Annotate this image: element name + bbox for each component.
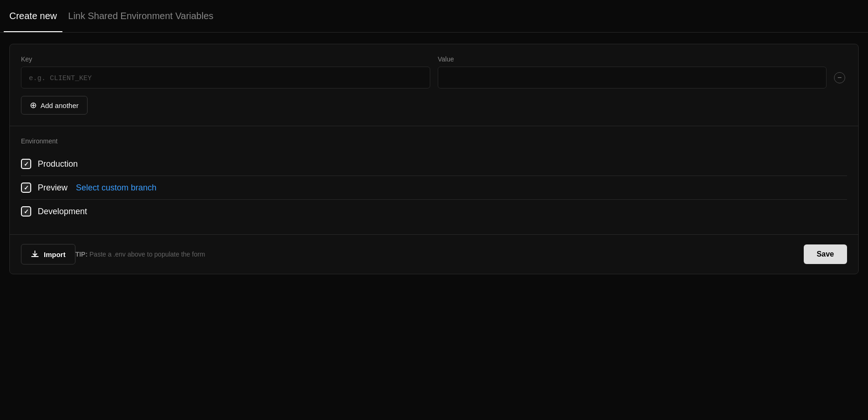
checkbox-preview[interactable]: ✓ — [21, 183, 31, 193]
key-field-group: Key — [21, 55, 430, 88]
tab-create-new-label: Create new — [9, 11, 57, 21]
kv-row: Key Value − — [21, 55, 847, 88]
env-name-production: Production — [38, 159, 78, 169]
minus-symbol: − — [837, 74, 841, 82]
env-section-label: Environment — [21, 137, 847, 145]
import-button[interactable]: Import — [21, 244, 75, 264]
env-item-production: ✓ Production — [21, 152, 847, 176]
tab-link-shared-label: Link Shared Environment Variables — [68, 11, 213, 21]
tab-link-shared[interactable]: Link Shared Environment Variables — [62, 0, 219, 32]
remove-button[interactable]: − — [832, 70, 847, 85]
env-item-preview: ✓ Preview Select custom branch — [21, 176, 847, 200]
select-custom-branch-link[interactable]: Select custom branch — [76, 183, 156, 193]
env-name-preview: Preview — [38, 183, 68, 193]
tip-prefix: TIP: — [75, 251, 88, 258]
remove-icon: − — [834, 72, 845, 83]
env-item-development: ✓ Development — [21, 200, 847, 223]
tab-create-new[interactable]: Create new — [4, 0, 62, 32]
tip-text: TIP: Paste a .env above to populate the … — [75, 251, 804, 258]
footer-section: Import TIP: Paste a .env above to popula… — [10, 235, 858, 274]
footer-row: Import TIP: Paste a .env above to popula… — [21, 244, 847, 264]
import-icon — [31, 250, 39, 258]
checkbox-production[interactable]: ✓ — [21, 159, 31, 169]
checkmark-development: ✓ — [24, 209, 29, 215]
add-another-button[interactable]: ⊕ Add another — [21, 96, 88, 115]
plus-icon: ⊕ — [30, 101, 37, 109]
value-input[interactable] — [438, 67, 827, 88]
form-card: Key Value − — [9, 44, 859, 274]
value-label: Value — [438, 55, 847, 63]
env-name-development: Development — [38, 207, 87, 217]
env-section: Environment ✓ Production ✓ Preview Selec… — [10, 126, 858, 235]
key-input[interactable] — [21, 67, 430, 88]
tip-body: Paste a .env above to populate the form — [89, 251, 205, 258]
value-field-group: Value − — [438, 55, 847, 88]
main-content: Key Value − — [0, 33, 868, 420]
kv-section: Key Value − — [10, 44, 858, 126]
checkmark-preview: ✓ — [24, 185, 29, 191]
key-label: Key — [21, 55, 430, 63]
checkbox-development[interactable]: ✓ — [21, 206, 31, 217]
page-container: Create new Link Shared Environment Varia… — [0, 0, 868, 420]
checkmark-production: ✓ — [24, 161, 29, 167]
save-button[interactable]: Save — [804, 244, 847, 264]
add-another-label: Add another — [41, 102, 79, 109]
import-label: Import — [44, 251, 66, 258]
value-row: − — [438, 67, 847, 88]
tabs-bar: Create new Link Shared Environment Varia… — [0, 0, 868, 33]
